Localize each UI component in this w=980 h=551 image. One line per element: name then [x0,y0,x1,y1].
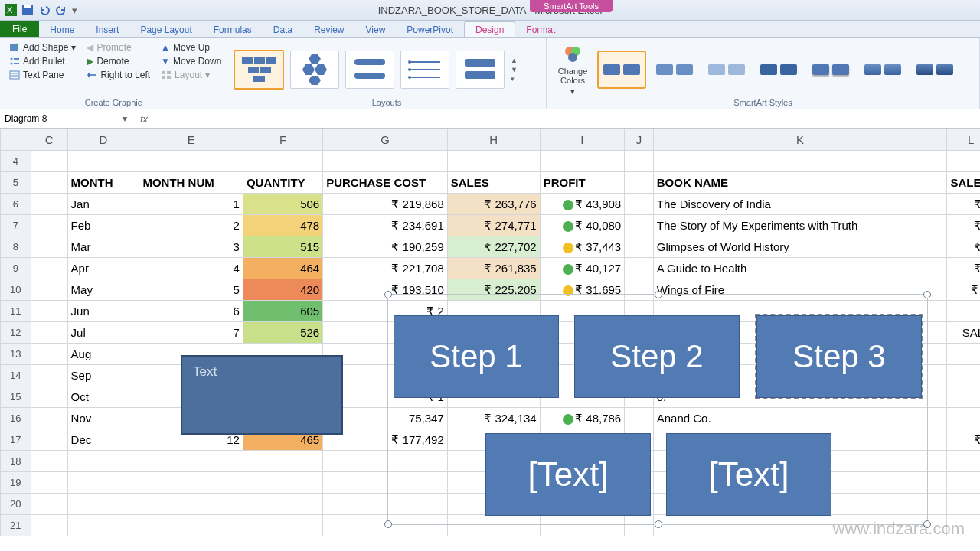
cell[interactable]: A Guide to Health [653,258,947,279]
layout-thumb-5[interactable] [456,51,505,89]
cell[interactable]: ₹ 261,835 [447,258,540,279]
cell[interactable]: Dec [67,429,139,451]
cell[interactable] [625,194,654,215]
tab-design[interactable]: Design [464,21,515,37]
cell[interactable]: ₹ 221,708 [323,258,448,279]
cell[interactable]: 464 [243,258,322,279]
column-header[interactable]: H [447,129,540,151]
cell[interactable]: ₹ 40,127 [540,258,625,279]
layouts-scroll-up-icon[interactable]: ▲ [511,57,518,64]
tab-view[interactable]: View [355,22,397,37]
cell[interactable] [31,301,67,322]
cell[interactable]: 478 [243,215,322,236]
row-header[interactable]: 5 [1,172,31,194]
cell[interactable] [31,494,67,515]
row-header[interactable]: 16 [1,408,31,429]
tab-home[interactable]: Home [39,22,85,37]
add-shape-button[interactable]: +Add Shape ▾ [6,41,79,54]
cell[interactable] [67,515,139,536]
row-header[interactable]: 11 [1,301,31,322]
move-down-button[interactable]: ▼Move Down [158,55,224,67]
cell[interactable]: MONTH [67,172,139,194]
cell[interactable] [31,322,67,344]
cell[interactable]: The Story of My Experiments with Truth [653,215,947,236]
cell[interactable] [625,215,654,236]
cell[interactable] [243,494,322,515]
cell[interactable]: SALES [447,172,540,194]
cell[interactable]: ₹ 234,691 [323,215,448,236]
column-header[interactable]: D [67,129,139,151]
smartart-block-2[interactable]: Step 2 [574,315,740,398]
cell[interactable] [67,494,139,515]
cell[interactable] [31,194,67,215]
cell[interactable] [31,472,67,494]
cell[interactable]: 4 [139,258,243,279]
cell[interactable]: BOOK NAME [653,172,947,194]
cell[interactable]: Sep [67,365,139,386]
cell[interactable] [947,494,980,515]
row-header[interactable]: 19 [1,472,31,494]
cell[interactable]: Jun [67,301,139,322]
qat-dropdown-icon[interactable]: ▾ [72,5,77,16]
style-thumb-4[interactable] [755,51,802,88]
cell[interactable] [139,151,243,172]
style-thumb-1[interactable] [597,51,646,89]
cell[interactable] [653,151,947,172]
cell[interactable] [31,429,67,451]
cell[interactable]: 515 [243,236,322,258]
cell[interactable] [947,151,980,172]
smartart-block-3[interactable]: Step 3 [756,315,922,398]
layouts-more-icon[interactable]: ▾ [511,75,518,83]
cell[interactable]: PROFIT [540,172,625,194]
column-header[interactable]: E [139,129,243,151]
cell[interactable]: 420 [243,279,322,301]
column-header[interactable]: C [31,129,67,151]
layout-thumb-2[interactable] [290,51,339,89]
cell[interactable]: 526 [243,322,322,344]
row-header[interactable]: 10 [1,279,31,301]
row-header[interactable]: 12 [1,322,31,344]
name-box[interactable]: Diagram 8 ▾ [0,110,132,127]
undo-icon[interactable] [38,4,51,16]
cell[interactable]: ₹ 1, [947,279,980,301]
row-header[interactable]: 13 [1,344,31,365]
cell[interactable] [243,472,322,494]
cell[interactable] [31,515,67,536]
fx-icon[interactable]: fx [132,113,155,125]
cell[interactable] [31,365,67,386]
tab-data[interactable]: Data [263,22,303,37]
cell[interactable] [243,151,322,172]
tab-format[interactable]: Format [515,22,566,37]
cell[interactable]: 1 [139,194,243,215]
cell[interactable] [31,451,67,472]
cell[interactable] [31,258,67,279]
smartart-text-pane[interactable]: Text [181,355,343,435]
cell[interactable]: 3 [139,236,243,258]
cell[interactable] [243,515,322,536]
row-header[interactable]: 6 [1,194,31,215]
cell[interactable] [323,151,448,172]
layout-thumb-4[interactable] [400,51,449,89]
select-all-corner[interactable] [1,129,31,151]
smartart-block-4[interactable]: [Text] [485,433,651,516]
style-thumb-5[interactable] [807,51,854,88]
move-up-button[interactable]: ▲Move Up [158,41,224,54]
cell[interactable]: ₹ 43,908 [540,194,625,215]
column-header[interactable]: J [625,129,654,151]
cell[interactable] [625,151,654,172]
cell[interactable]: ₹ 4 [947,258,980,279]
cell[interactable]: ₹ 4 [947,429,980,451]
cell[interactable] [625,172,654,194]
save-icon[interactable] [21,4,34,16]
cell[interactable]: ₹ 219,868 [323,194,448,215]
tab-review[interactable]: Review [303,22,354,37]
cell[interactable] [31,151,67,172]
cell[interactable] [139,494,243,515]
cell[interactable] [139,515,243,536]
cell[interactable] [625,258,654,279]
row-header[interactable]: 9 [1,258,31,279]
add-bullet-button[interactable]: Add Bullet [6,55,79,67]
column-header[interactable]: K [653,129,947,151]
row-header[interactable]: 8 [1,236,31,258]
cell[interactable]: Aug [67,344,139,365]
